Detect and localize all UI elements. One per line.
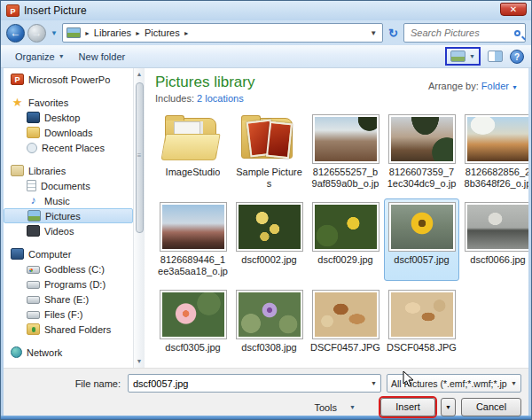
sidebar-item-label: Documents [41, 181, 90, 191]
file-item-dscf0002-jpg[interactable]: dscf0002.jpg [231, 198, 307, 281]
image-thumbnail [160, 290, 227, 339]
back-button[interactable]: ← [6, 24, 25, 43]
folder-icon [160, 114, 227, 164]
chevron-down-icon[interactable]: ▼ [367, 380, 380, 386]
cancel-button[interactable]: Cancel [461, 398, 521, 416]
sidebar-item-libraries[interactable]: Libraries [4, 163, 133, 178]
close-button[interactable]: ✕ [500, 3, 527, 16]
sidebar-item-microsoft-powerpo[interactable]: Microsoft PowerPo [4, 72, 133, 87]
window-title: Insert Picture [24, 4, 87, 17]
sidebar-item-label: Microsoft PowerPo [28, 74, 110, 85]
file-name-label: 8126555257_b9af859a0b_o.jpg [310, 167, 380, 191]
breadcrumb-item-pictures[interactable]: Pictures [145, 27, 180, 38]
file-item-dscf0457-jpg[interactable]: DSCF0457.JPG [308, 286, 383, 356]
breadcrumb-item-libraries[interactable]: Libraries [94, 27, 131, 38]
search-icon[interactable] [514, 30, 520, 36]
arrange-by-control[interactable]: Arrange by: Folder ▼ [428, 74, 523, 91]
file-item-imagestudio[interactable]: ImageStudio [155, 111, 231, 193]
file-type-dropdown[interactable]: All Pictures (*.emf;*.wmf;*.jpg;* ▼ [387, 374, 521, 393]
recent-icon [27, 143, 37, 153]
file-name-label: ImageStudio [166, 167, 221, 178]
image-thumbnail [388, 290, 456, 339]
sidebar-item-favorites[interactable]: Favorites [4, 95, 133, 110]
file-name-label: dscf0305.jpg [165, 342, 220, 354]
file-item-8126682856-28b3648f26-o-jpg[interactable]: 8126682856_28b3648f26_o.jpg [460, 111, 528, 193]
sidebar-item-godbless-c[interactable]: Godbless (C:) [4, 261, 133, 276]
sidebar-item-shared-folders[interactable]: Shared Folders [4, 322, 133, 337]
chevron-down-icon: ▼ [349, 404, 356, 410]
file-item-dscf0305-jpg[interactable]: dscf0305.jpg [155, 286, 231, 356]
sidebar-item-files-f[interactable]: Files (F:) [4, 307, 133, 322]
includes-label: Includes: [155, 93, 194, 104]
sidebar-item-label: Files (F:) [44, 309, 82, 320]
sidebar-item-network[interactable]: Network [4, 345, 133, 360]
file-name-label: dscf0066.jpg [470, 254, 525, 266]
sidebar-item-videos[interactable]: Videos [4, 223, 133, 238]
sidebar-item-music[interactable]: Music [4, 193, 133, 208]
sidebar-item-share-e[interactable]: Share (E:) [4, 292, 133, 307]
sidebar-item-label: Network [27, 347, 62, 358]
preview-pane-icon[interactable] [488, 51, 503, 62]
sidebar-item-label: Godbless (C:) [44, 264, 105, 275]
chevron-down-icon[interactable]: ▼ [469, 53, 475, 59]
scroll-down-icon[interactable]: ▼ [134, 355, 145, 368]
search-box[interactable] [403, 23, 526, 43]
help-icon[interactable]: ? [510, 50, 524, 64]
sidebar-item-label: Favorites [28, 97, 68, 108]
sidebar-item-downloads[interactable]: Downloads [4, 125, 133, 140]
music-icon [27, 195, 40, 206]
chevron-down-icon[interactable]: ▼ [507, 380, 520, 386]
sidebar-item-documents[interactable]: Documents [4, 178, 133, 193]
file-item-dscf0066-jpg[interactable]: dscf0066.jpg [460, 198, 528, 281]
file-grid: ImageStudioSample Pictures8126555257_b9a… [155, 111, 523, 356]
new-folder-button[interactable]: New folder [72, 49, 133, 65]
sidebar-item-desktop[interactable]: Desktop [4, 110, 133, 125]
image-thumbnail [312, 114, 379, 164]
title-bar[interactable]: P Insert Picture ✕ [1, 1, 531, 20]
chevron-down-icon: ▼ [59, 53, 65, 59]
forward-button[interactable]: → [27, 24, 46, 43]
file-item-8126555257-b9af859a0b-o-jpg[interactable]: 8126555257_b9af859a0b_o.jpg [308, 111, 383, 193]
address-dropdown-icon[interactable]: ▼ [370, 29, 379, 37]
views-icon[interactable] [450, 51, 466, 62]
insert-picture-dialog: P Insert Picture ✕ ← → ▼ ► Libraries ► P… [0, 0, 532, 420]
pictures-library-icon [66, 27, 81, 38]
file-name-input[interactable] [129, 378, 367, 389]
file-item-dscf0057-jpg[interactable]: dscf0057.jpg [384, 198, 459, 281]
drive-icon [27, 296, 40, 304]
library-header: Pictures library Includes: 2 locations A… [155, 74, 523, 104]
image-thumbnail [160, 202, 227, 252]
sidebar-scrollbar[interactable]: ▲ ▼ [133, 68, 145, 368]
breadcrumb[interactable]: ► Libraries ► Pictures ► ▼ [62, 23, 383, 43]
refresh-icon[interactable]: ↻ [386, 27, 401, 40]
file-item-sample-pictures[interactable]: Sample Pictures [231, 111, 307, 193]
sidebar-item-label: Pictures [45, 211, 81, 222]
insert-button[interactable]: Insert [380, 398, 435, 416]
file-item-8126607359-71ec304dc9-o-jpg[interactable]: 8126607359_71ec304dc9_o.jpg [384, 111, 459, 193]
locations-link[interactable]: 2 locations [197, 93, 244, 104]
insert-split-dropdown[interactable]: ▼ [441, 398, 456, 416]
file-name-combobox[interactable]: ▼ [128, 374, 381, 393]
chevron-down-icon[interactable]: ▼ [512, 84, 518, 90]
file-item-dscf0029-jpg[interactable]: dscf0029.jpg [308, 198, 383, 281]
file-name-label: DSCF0458.JPG [387, 342, 457, 354]
search-input[interactable] [409, 27, 511, 39]
dialog-footer: File name: ▼ All Pictures (*.emf;*.wmf;*… [4, 368, 528, 416]
file-item-dscf0458-jpg[interactable]: DSCF0458.JPG [384, 286, 459, 356]
history-chevron-icon[interactable]: ▼ [51, 29, 58, 37]
arrange-by-value[interactable]: Folder [481, 81, 509, 91]
scroll-up-icon[interactable]: ▲ [134, 68, 145, 81]
sidebar-item-computer[interactable]: Computer [4, 246, 133, 261]
sidebar-item-pictures[interactable]: Pictures [4, 208, 133, 223]
sidebar-item-recent-places[interactable]: Recent Places [4, 140, 133, 155]
library-subtitle: Includes: 2 locations [155, 93, 254, 104]
sidebar-item-label: Programs (D:) [44, 279, 106, 290]
scrollbar-thumb[interactable] [136, 82, 144, 233]
sidebar-item-label: Recent Places [42, 143, 105, 153]
organize-label: Organize [15, 51, 55, 62]
sidebar-item-programs-d[interactable]: Programs (D:) [4, 276, 133, 292]
file-item-8126689446-1ee3a5aa18-o-jpg[interactable]: 8126689446_1ee3a5aa18_o.jpg [155, 198, 231, 281]
tools-menu[interactable]: Tools ▼ [314, 402, 356, 413]
organize-button[interactable]: Organize ▼ [8, 49, 72, 65]
file-item-dscf0308-jpg[interactable]: dscf0308.jpg [231, 286, 307, 356]
